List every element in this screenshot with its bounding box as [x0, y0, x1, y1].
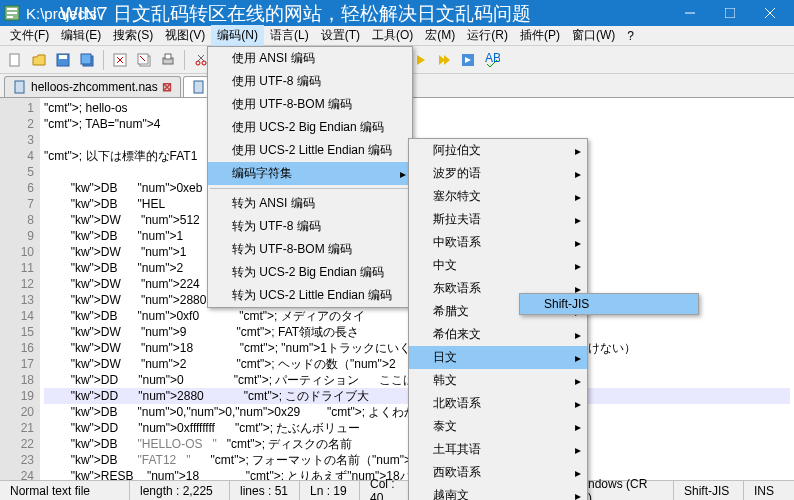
submenu-arrow-icon: ▸ [400, 167, 406, 181]
status-ins: INS [744, 481, 794, 500]
menu-item[interactable]: 北欧语系▸ [409, 392, 587, 415]
toolbar-separator [103, 50, 104, 70]
menu-item[interactable]: 使用 UCS-2 Little Endian 编码 [208, 139, 412, 162]
macro-save-icon[interactable] [457, 49, 479, 71]
menu-宏M[interactable]: 宏(M) [419, 25, 461, 46]
menu-item[interactable]: Shift-JIS [520, 294, 698, 314]
svg-rect-8 [10, 54, 19, 66]
menu-item[interactable]: 使用 UTF-8-BOM 编码 [208, 93, 412, 116]
submenu-arrow-icon: ▸ [575, 144, 581, 158]
menu-item[interactable]: 中欧语系▸ [409, 231, 587, 254]
status-encoding: Shift-JIS [674, 481, 744, 500]
tab[interactable]: helloos-zhcomment.nas⊠ [4, 76, 181, 97]
menu-item[interactable]: 阿拉伯文▸ [409, 139, 587, 162]
window-title: K:\projects\ [26, 5, 670, 22]
svg-rect-1 [7, 8, 17, 10]
menu-文件F[interactable]: 文件(F) [4, 25, 55, 46]
menu-item[interactable]: 转为 ANSI 编码 [208, 192, 412, 215]
line-gutter: 1234567891011121314151617181920212223242… [0, 98, 40, 498]
menu-item[interactable]: 塞尔特文▸ [409, 185, 587, 208]
svg-rect-3 [7, 16, 13, 18]
status-length: length : 2,225 [130, 481, 230, 500]
open-file-icon[interactable] [28, 49, 50, 71]
maximize-button[interactable] [710, 0, 750, 26]
menu-item[interactable]: 斯拉夫语▸ [409, 208, 587, 231]
menu-item[interactable]: 韩文▸ [409, 369, 587, 392]
menu-运行R[interactable]: 运行(R) [461, 25, 514, 46]
tab-close-icon[interactable]: ⊠ [162, 80, 172, 94]
close-all-icon[interactable] [133, 49, 155, 71]
menubar: 文件(F)编辑(E)搜索(S)视图(V)编码(N)语言(L)设置(T)工具(O)… [0, 26, 794, 46]
menu-item[interactable]: 泰文▸ [409, 415, 587, 438]
status-filetype: Normal text file [0, 481, 130, 500]
encoding-menu: 使用 ANSI 编码使用 UTF-8 编码使用 UTF-8-BOM 编码使用 U… [207, 46, 413, 308]
submenu-arrow-icon: ▸ [575, 397, 581, 411]
svg-rect-41 [15, 81, 24, 93]
app-icon [4, 5, 20, 21]
charset-submenu: 阿拉伯文▸波罗的语▸塞尔特文▸斯拉夫语▸中欧语系▸中文▸东欧语系▸希腊文▸希伯来… [408, 138, 588, 500]
menu-设置T[interactable]: 设置(T) [315, 25, 366, 46]
file-icon [192, 80, 206, 94]
close-button[interactable] [750, 0, 790, 26]
save-icon[interactable] [52, 49, 74, 71]
svg-rect-20 [165, 54, 171, 59]
menu-编辑E[interactable]: 编辑(E) [55, 25, 107, 46]
menu-item[interactable]: 转为 UTF-8 编码 [208, 215, 412, 238]
status-ln: Ln : 19 [300, 481, 360, 500]
menu-窗口W[interactable]: 窗口(W) [566, 25, 621, 46]
menu-编码N[interactable]: 编码(N) [211, 25, 264, 46]
print-icon[interactable] [157, 49, 179, 71]
menu-item[interactable]: 使用 UTF-8 编码 [208, 70, 412, 93]
submenu-arrow-icon: ▸ [575, 466, 581, 480]
titlebar: K:\projects\ [0, 0, 794, 26]
new-file-icon[interactable] [4, 49, 26, 71]
menu-item[interactable]: 使用 UCS-2 Big Endian 编码 [208, 116, 412, 139]
menu-item[interactable]: 希伯来文▸ [409, 323, 587, 346]
menu-插件P[interactable]: 插件(P) [514, 25, 566, 46]
statusbar: Normal text file length : 2,225 lines : … [0, 480, 794, 500]
tab-label: helloos-zhcomment.nas [31, 80, 158, 94]
menu-item[interactable]: 波罗的语▸ [409, 162, 587, 185]
submenu-arrow-icon: ▸ [575, 167, 581, 181]
toolbar-separator [184, 50, 185, 70]
submenu-arrow-icon: ▸ [575, 374, 581, 388]
menu-item[interactable]: 日文▸ [409, 346, 587, 369]
save-all-icon[interactable] [76, 49, 98, 71]
svg-rect-42 [194, 81, 203, 93]
submenu-arrow-icon: ▸ [575, 351, 581, 365]
menu-视图V[interactable]: 视图(V) [159, 25, 211, 46]
menu-item[interactable]: 转为 UCS-2 Big Endian 编码 [208, 261, 412, 284]
submenu-arrow-icon: ▸ [575, 213, 581, 227]
svg-rect-10 [59, 55, 67, 59]
menu-item[interactable]: 西欧语系▸ [409, 461, 587, 484]
menu-工具O[interactable]: 工具(O) [366, 25, 419, 46]
menu-item[interactable]: 土耳其语▸ [409, 438, 587, 461]
submenu-arrow-icon: ▸ [575, 328, 581, 342]
menu-item[interactable]: 中文▸ [409, 254, 587, 277]
menu-语言L[interactable]: 语言(L) [264, 25, 315, 46]
submenu-arrow-icon: ▸ [575, 489, 581, 501]
svg-rect-5 [725, 8, 735, 18]
spellcheck-icon[interactable]: ABC [481, 49, 503, 71]
menu-item[interactable]: 使用 ANSI 编码 [208, 47, 412, 70]
japanese-submenu: Shift-JIS [519, 293, 699, 315]
submenu-arrow-icon: ▸ [575, 259, 581, 273]
menu-item[interactable]: 越南文▸ [409, 484, 587, 500]
macro-play-multi-icon[interactable] [433, 49, 455, 71]
menu-separator [210, 188, 410, 189]
menu-搜索S[interactable]: 搜索(S) [107, 25, 159, 46]
close-file-icon[interactable] [109, 49, 131, 71]
svg-rect-12 [81, 54, 91, 64]
status-lines: lines : 51 [230, 481, 300, 500]
svg-text:ABC: ABC [485, 52, 500, 65]
svg-rect-2 [7, 12, 17, 14]
menu-?[interactable]: ? [621, 27, 640, 45]
menu-item[interactable]: 转为 UTF-8-BOM 编码 [208, 238, 412, 261]
submenu-arrow-icon: ▸ [575, 236, 581, 250]
svg-point-21 [196, 61, 200, 65]
minimize-button[interactable] [670, 0, 710, 26]
submenu-arrow-icon: ▸ [575, 443, 581, 457]
menu-item[interactable]: 编码字符集▸ [208, 162, 412, 185]
menu-item[interactable]: 转为 UCS-2 Little Endian 编码 [208, 284, 412, 307]
svg-point-22 [202, 61, 206, 65]
